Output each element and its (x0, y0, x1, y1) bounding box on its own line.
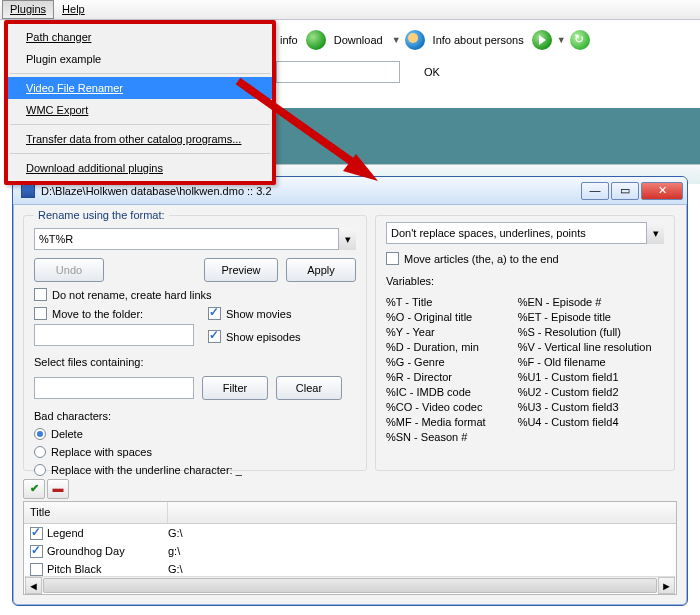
row-checkbox[interactable] (30, 563, 43, 576)
app-icon (21, 184, 35, 198)
ok-button[interactable]: OK (404, 60, 460, 84)
chevron-down-icon[interactable]: ▼ (556, 35, 566, 45)
content-band (276, 108, 700, 164)
variables-col-2: %EN - Episode # %ET - Episode title %S -… (518, 293, 652, 443)
scroll-thumb[interactable] (43, 578, 657, 593)
format-input[interactable] (34, 228, 356, 250)
row-checkbox[interactable] (30, 545, 43, 558)
menu-help[interactable]: Help (54, 0, 93, 19)
col-path[interactable] (168, 502, 676, 523)
minimize-button[interactable]: — (581, 182, 609, 200)
toolbar-fragment: info Download▼ Info about persons ▼ (276, 24, 590, 56)
no-rename-checkbox[interactable]: Do not rename, create hard links (34, 288, 356, 301)
row-checkbox[interactable] (30, 527, 43, 540)
toolbar-info-label[interactable]: info (276, 34, 302, 46)
filter-button[interactable]: Filter (202, 376, 268, 400)
chevron-down-icon[interactable]: ▼ (391, 35, 401, 45)
scroll-right-icon[interactable]: ► (658, 577, 675, 594)
horizontal-scrollbar[interactable]: ◄ ► (25, 576, 675, 593)
col-title[interactable]: Title (24, 502, 168, 523)
undo-button[interactable]: Undo (34, 258, 104, 282)
refresh-icon[interactable] (570, 30, 590, 50)
move-folder-checkbox[interactable]: Move to the folder: (34, 307, 194, 320)
bad-chars-spaces-radio[interactable]: Replace with spaces (34, 446, 356, 458)
menu-item-path-changer[interactable]: Path changer (8, 26, 272, 48)
menu-item-transfer-data[interactable]: Transfer data from other catalog program… (8, 128, 272, 150)
renamer-window: D:\Blaze\Holkwen database\holkwen.dmo ::… (12, 176, 688, 606)
group-legend: Rename using the format: (34, 209, 169, 221)
apply-button[interactable]: Apply (286, 258, 356, 282)
show-episodes-checkbox[interactable]: Show episodes (208, 330, 301, 343)
search-input[interactable] (276, 61, 400, 83)
menu-item-video-file-renamer[interactable]: Video File Renamer (8, 77, 272, 99)
window-title: D:\Blaze\Holkwen database\holkwen.dmo ::… (41, 185, 581, 197)
variables-label: Variables: (386, 275, 664, 287)
spaces-combo[interactable]: Don't replace spaces, underlines, points (386, 222, 664, 244)
menu-item-download-plugins[interactable]: Download additional plugins (8, 157, 272, 179)
rename-group: Rename using the format: ▾ Undo Preview … (23, 215, 367, 471)
menu-bar: Plugins Help (0, 0, 700, 20)
menu-separator (10, 124, 270, 125)
select-files-input[interactable] (34, 377, 194, 399)
chevron-down-icon[interactable]: ▾ (646, 222, 664, 244)
close-button[interactable]: ✕ (641, 182, 683, 200)
menu-plugins[interactable]: Plugins (2, 0, 54, 19)
toolbar-download-label[interactable]: Download (330, 34, 387, 46)
list-row[interactable]: Groundhog Day g:\ (24, 542, 676, 560)
menu-item-plugin-example[interactable]: Plugin example (8, 48, 272, 70)
variables-group: Don't replace spaces, underlines, points… (375, 215, 675, 471)
move-folder-input[interactable] (34, 324, 194, 346)
plugins-menu: Path changer Plugin example Video File R… (4, 20, 276, 185)
play-icon[interactable] (532, 30, 552, 50)
scroll-left-icon[interactable]: ◄ (25, 577, 42, 594)
globe-icon[interactable] (306, 30, 326, 50)
file-list: Title Legend G:\ Groundhog Day g:\ Pitch… (23, 501, 677, 595)
bad-chars-label: Bad characters: (34, 410, 356, 422)
bad-chars-underline-radio[interactable]: Replace with the underline character: _ (34, 464, 356, 476)
person-icon[interactable] (405, 30, 425, 50)
menu-separator (10, 153, 270, 154)
toolbar-info-persons-label[interactable]: Info about persons (429, 34, 528, 46)
preview-button[interactable]: Preview (204, 258, 278, 282)
chevron-down-icon[interactable]: ▾ (338, 228, 356, 250)
clear-button[interactable]: Clear (276, 376, 342, 400)
show-movies-checkbox[interactable]: Show movies (208, 307, 301, 320)
move-articles-checkbox[interactable]: Move articles (the, a) to the end (386, 252, 664, 265)
uncheck-all-button[interactable]: ▬ (47, 479, 69, 499)
select-files-label: Select files containing: (34, 356, 356, 368)
menu-separator (10, 73, 270, 74)
maximize-button[interactable]: ▭ (611, 182, 639, 200)
bad-chars-delete-radio[interactable]: Delete (34, 428, 356, 440)
variables-col-1: %T - Title %O - Original title %Y - Year… (386, 293, 486, 443)
list-row[interactable]: Legend G:\ (24, 524, 676, 542)
check-all-button[interactable]: ✔ (23, 479, 45, 499)
menu-item-wmc-export[interactable]: WMC Export (8, 99, 272, 121)
